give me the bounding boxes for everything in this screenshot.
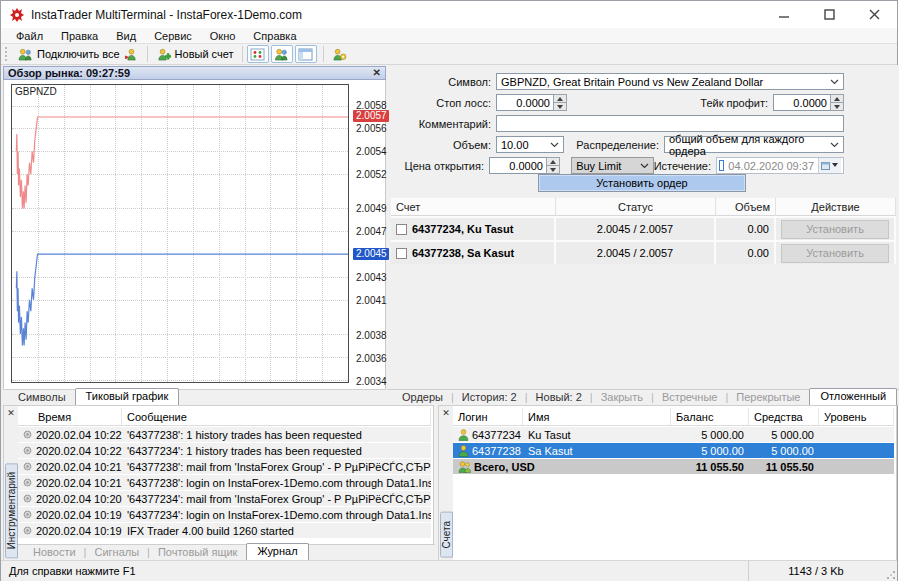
journal-row[interactable]: 2020.02.04 10:20:0...'64377234': mail fr… [18, 491, 431, 506]
set-order-button[interactable]: Установить [781, 244, 889, 263]
spin-down-button[interactable] [553, 103, 567, 111]
mw-tab-tick-chart[interactable]: Тиковый график [75, 388, 180, 406]
order-row-account: 64377238, Sa Kasut [391, 242, 556, 264]
toolbox-tab-signals[interactable]: Сигналы [87, 545, 146, 560]
column-header-volume[interactable]: Объем [716, 198, 776, 216]
journal-row[interactable]: 2020.02.04 10:19:3...IFX Trader 4.00 bui… [18, 523, 431, 538]
orders-tab-history[interactable]: История: 2 [455, 390, 524, 405]
orders-tab-pending[interactable]: Отложенный [809, 388, 897, 406]
menu-item-file[interactable]: Файл [7, 29, 52, 43]
new-account-button[interactable]: Новый счет [152, 47, 238, 62]
menu-item-view[interactable]: Вид [107, 29, 145, 43]
price-tick-label: 2.0047 [356, 226, 387, 237]
toolbox-tab-journal[interactable]: Журнал [246, 543, 308, 561]
menu-item-edit[interactable]: Правка [52, 29, 107, 43]
orders-tab-orders[interactable]: Ордеры [395, 390, 450, 405]
order-type-select[interactable]: Buy Limit [571, 157, 654, 174]
take-profit-input[interactable]: 0.0000 [773, 94, 830, 111]
open-price-stepper[interactable]: 0.0000 [489, 157, 560, 174]
journal-entry-icon [23, 510, 32, 519]
accounts-toggle-button[interactable] [271, 45, 293, 63]
menu-item-help[interactable]: Справка [244, 29, 305, 43]
accounts-side-tab[interactable]: Счета [440, 512, 453, 558]
column-header-balance[interactable]: Баланс [671, 408, 749, 425]
column-header-equity[interactable]: Средства [749, 408, 819, 425]
toolbox-close-icon[interactable]: ✕ [7, 406, 15, 420]
column-header-status[interactable]: Статус [556, 198, 716, 216]
tick-chart-panel: GBPNZD 2.00582.00562.00542.00522.00492.0… [3, 80, 386, 390]
column-header-level[interactable]: Уровень [819, 408, 894, 425]
resize-grip[interactable] [883, 561, 897, 581]
account-settings-button[interactable] [328, 47, 351, 62]
toolbox-tab-news[interactable]: Новости [26, 545, 83, 560]
toolbar-grip[interactable] [5, 47, 10, 61]
set-order-button[interactable]: Установить [781, 220, 889, 239]
close-button[interactable] [852, 1, 897, 28]
column-header-account[interactable]: Счет [391, 198, 556, 216]
journal-row[interactable]: 2020.02.04 10:22:2...'64377234': 1 histo… [18, 443, 431, 458]
stop-loss-stepper[interactable]: 0.0000 [496, 94, 567, 111]
comment-input[interactable] [496, 115, 844, 132]
symbol-select[interactable]: GBPNZD, Great Britain Pound vs New Zeala… [496, 73, 844, 90]
journal-row[interactable]: 2020.02.04 10:21:0...'64377238': login o… [18, 475, 431, 490]
orders-tab-overlapped[interactable]: Перекрытые [729, 390, 807, 405]
orders-tab-close[interactable]: Закрыть [594, 390, 650, 405]
distribution-label: Распределение: [576, 139, 659, 151]
calendar-dropdown-button[interactable] [818, 158, 841, 173]
take-profit-stepper[interactable]: 0.0000 [773, 94, 844, 111]
expiration-control[interactable]: 04.02.2020 09:37 [716, 157, 844, 174]
market-watch-close-icon[interactable]: ✕ [373, 68, 381, 78]
journal-row[interactable]: 2020.02.04 10:21:1...'64377238': mail fr… [18, 459, 431, 474]
spin-up-button[interactable] [830, 94, 844, 103]
accounts-table: Логин Имя Баланс Средства Уровень 643772… [453, 408, 894, 474]
disconnect-all-icon[interactable] [124, 48, 139, 61]
menu-item-window[interactable]: Окно [201, 29, 245, 43]
order-row-checkbox[interactable] [396, 248, 407, 259]
orders-tab-counter[interactable]: Встречные [655, 390, 725, 405]
account-row[interactable]: 64377238Sa Kasut5 000.005 000.00 [453, 443, 894, 458]
journal-entry-icon [23, 478, 32, 487]
journal-entry-icon [23, 494, 32, 503]
volume-select[interactable]: 10.00 [496, 136, 564, 153]
calendar-icon [821, 161, 830, 170]
toolbox-side-strip: ✕ Инструментарий [4, 406, 18, 560]
accounts-close-icon[interactable]: ✕ [442, 406, 450, 420]
journal-time-text: 2020.02.04 10:19:3... [36, 525, 122, 537]
spin-down-button[interactable] [546, 166, 560, 174]
stop-loss-input[interactable]: 0.0000 [496, 94, 553, 111]
spin-up-button[interactable] [546, 157, 560, 166]
expiration-checkbox[interactable] [719, 160, 724, 171]
open-price-input[interactable]: 0.0000 [489, 157, 546, 174]
journal-row[interactable]: 2020.02.04 10:22:2...'64377238': 1 histo… [18, 427, 431, 442]
menu-item-service[interactable]: Сервис [145, 29, 201, 43]
account-row[interactable]: 64377234Ku Tasut5 000.005 000.00 [453, 427, 894, 442]
column-header-action[interactable]: Действие [776, 198, 896, 216]
column-header-login[interactable]: Логин [453, 408, 523, 425]
account-row-balance: 5 000.00 [671, 429, 749, 441]
minimize-button[interactable] [762, 1, 807, 28]
column-header-name[interactable]: Имя [523, 408, 671, 425]
column-header-message[interactable]: Сообщение [122, 408, 431, 425]
distribution-select[interactable]: общий объем для каждого ордера [664, 136, 844, 153]
maximize-button[interactable] [807, 1, 852, 28]
tick-chart-plot[interactable]: GBPNZD [11, 84, 349, 383]
mw-tab-symbols[interactable]: Символы [11, 390, 73, 405]
order-row-checkbox[interactable] [396, 224, 407, 235]
orders-tab-new[interactable]: Новый: 2 [529, 390, 589, 405]
spin-up-button[interactable] [553, 94, 567, 103]
accounts-total-balance: 11 055.50 [671, 461, 749, 473]
expiration-label: Истечение: [654, 160, 711, 172]
spin-down-button[interactable] [830, 103, 844, 111]
chevron-down-icon [640, 163, 649, 169]
connect-all-button[interactable]: Подключить все [14, 47, 143, 62]
order-row: 64377238, Sa Kasut2.0045 / 2.00570.00Уст… [391, 242, 896, 264]
app-logo-icon [9, 7, 25, 23]
market-watch-toggle-button[interactable] [247, 45, 269, 63]
toolbox-toggle-button[interactable] [295, 45, 317, 63]
journal-row[interactable]: 2020.02.04 10:19:5...'64377234': login o… [18, 507, 431, 522]
place-order-button[interactable]: Установить ордер [538, 174, 746, 192]
column-header-time[interactable]: Время [18, 408, 122, 425]
toolbox-side-tab[interactable]: Инструментарий [5, 463, 18, 558]
accounts-total-equity: 11 055.50 [749, 461, 819, 473]
toolbox-tab-mailbox[interactable]: Почтовый ящик [151, 545, 244, 560]
